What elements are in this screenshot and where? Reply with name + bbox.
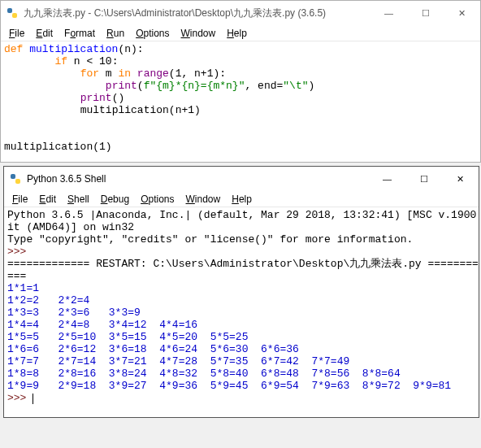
menu-run[interactable]: Run [102,27,129,40]
svg-rect-2 [11,174,15,179]
menu-help[interactable]: Help [222,27,252,40]
menu-shell[interactable]: Shell [63,193,94,206]
shell-output[interactable]: Python 3.6.5 |Anaconda, Inc.| (default, … [4,207,479,406]
shell-titlebar[interactable]: Python 3.6.5 Shell — ☐ ✕ [4,167,479,191]
minimize-button[interactable]: — [370,1,407,25]
menu-options[interactable]: Options [136,193,179,206]
shell-window: Python 3.6.5 Shell — ☐ ✕ File Edit Shell… [3,166,479,418]
menu-edit[interactable]: Edit [31,27,58,40]
svg-rect-3 [15,179,20,184]
menu-help[interactable]: Help [227,193,257,206]
menu-options[interactable]: Options [131,27,174,40]
menu-format[interactable]: Format [59,27,100,40]
menu-debug[interactable]: Debug [96,193,134,206]
shell-menubar: File Edit Shell Debug Options Window Hel… [4,191,479,207]
close-button[interactable]: ✕ [442,167,479,191]
code-editor[interactable]: def multiplication(n): if n < 10: for m … [1,41,480,154]
editor-titlebar[interactable]: 九九乘法表.py - C:\Users\Administrator\Deskto… [1,1,480,25]
editor-window: 九九乘法表.py - C:\Users\Administrator\Deskto… [0,0,481,163]
menu-file[interactable]: File [4,27,29,40]
python-icon [6,7,19,20]
menu-file[interactable]: File [7,193,32,206]
python-icon [9,172,22,185]
shell-title: Python 3.6.5 Shell [27,173,106,185]
menu-window[interactable]: Window [176,27,221,40]
close-button[interactable]: ✕ [444,1,480,25]
menu-window[interactable]: Window [181,193,226,206]
editor-title: 九九乘法表.py - C:\Users\Administrator\Deskto… [24,7,326,20]
menu-edit[interactable]: Edit [34,193,61,206]
svg-rect-0 [7,8,12,13]
minimize-button[interactable]: — [369,167,405,191]
maximize-button[interactable]: ☐ [407,1,444,25]
editor-menubar: File Edit Format Run Options Window Help [1,25,480,41]
svg-rect-1 [12,13,17,18]
maximize-button[interactable]: ☐ [405,167,442,191]
